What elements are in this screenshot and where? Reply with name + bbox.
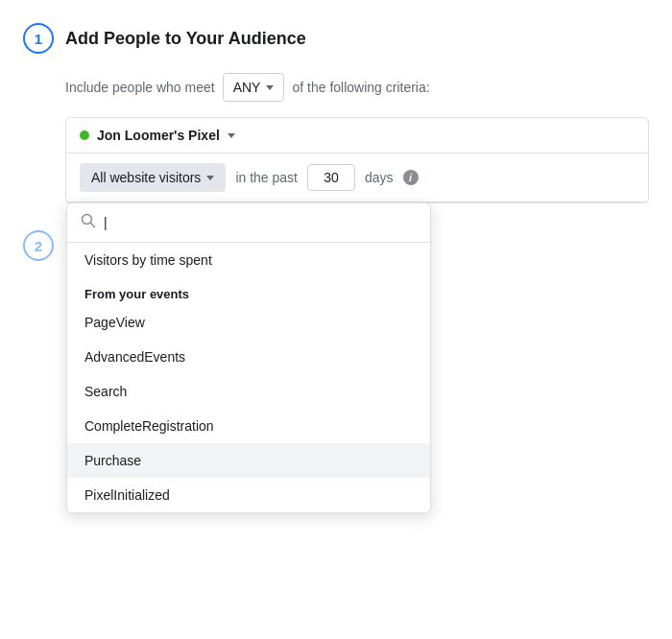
dropdown-item-pageview[interactable]: PageView (67, 305, 430, 340)
criteria-prefix: Include people who meet (65, 80, 215, 95)
dropdown-item-pixelinitialized[interactable]: PixelInitialized (67, 478, 430, 512)
dropdown-item-advancedevents[interactable]: AdvancedEvents (67, 340, 430, 374)
step2-circle: 2 (23, 230, 54, 261)
pixel-selector[interactable]: Jon Loomer's Pixel (66, 118, 648, 154)
pixel-status-dot (80, 130, 89, 140)
pixel-chevron-icon (228, 133, 235, 138)
pixel-name: Jon Loomer's Pixel (97, 128, 220, 143)
visitor-type-dropdown[interactable]: All website visitors (80, 163, 226, 192)
days-suffix-label: days (365, 170, 394, 185)
svg-line-1 (91, 224, 95, 227)
criteria-row: Include people who meet ANY of the follo… (65, 73, 649, 102)
dropdown-group-label: From your events (67, 277, 430, 305)
search-icon (81, 213, 96, 232)
search-row (67, 203, 430, 243)
visitor-chevron-icon (206, 176, 214, 180)
dropdown-item-completeregistration[interactable]: CompleteRegistration (67, 409, 430, 443)
audience-box: Jon Loomer's Pixel All website visitors … (65, 117, 649, 203)
dropdown-search-input[interactable] (104, 215, 417, 230)
step1-header: 1 Add People to Your Audience (23, 23, 649, 54)
step1-title: Add People to Your Audience (65, 29, 306, 49)
any-dropdown[interactable]: ANY (223, 73, 285, 102)
visitor-dropdown-panel: Visitors by time spent From your events … (66, 202, 431, 513)
visitor-row: All website visitors in the past days i (66, 154, 648, 202)
criteria-suffix: of the following criteria: (292, 80, 429, 95)
dropdown-item-visitors-by-time[interactable]: Visitors by time spent (67, 243, 430, 277)
dropdown-item-search[interactable]: Search (67, 374, 430, 409)
step1-circle: 1 (23, 23, 54, 54)
dropdown-item-purchase[interactable]: Purchase (67, 443, 430, 478)
chevron-down-icon (266, 85, 274, 90)
days-input[interactable] (307, 164, 355, 191)
info-icon[interactable]: i (403, 170, 419, 185)
in-past-label: in the past (235, 170, 298, 185)
